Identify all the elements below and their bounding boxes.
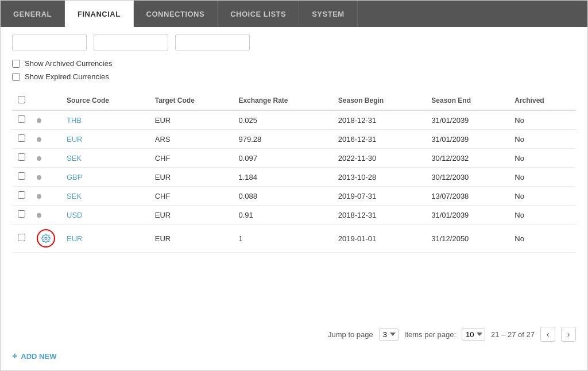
top-navigation: GENERAL FINANCIAL CONNECTIONS CHOICE LIS… bbox=[1, 1, 587, 27]
currency-table-wrapper: Source Code Target Code Exchange Rate Se… bbox=[12, 91, 576, 321]
filter-box-3[interactable] bbox=[175, 34, 250, 51]
tab-system[interactable]: SYSTEM bbox=[299, 1, 357, 27]
season-end-cell: 30/12/2032 bbox=[425, 149, 509, 168]
row-checkbox-cell bbox=[12, 149, 31, 168]
table-row: SEKCHF0.0882019-07-3113/07/2038No bbox=[12, 187, 576, 206]
table-row: THBEUR0.0252018-12-3131/01/2039No bbox=[12, 110, 576, 130]
row-status-cell bbox=[31, 130, 61, 149]
row-checkbox[interactable] bbox=[18, 153, 25, 161]
season-begin-cell: 2019-07-31 bbox=[332, 187, 425, 206]
table-row: SEKCHF0.0972022-11-3030/12/2032No bbox=[12, 149, 576, 168]
target-code-cell: CHF bbox=[149, 149, 233, 168]
table-row: GBPEUR1.1842013-10-2830/12/2030No bbox=[12, 168, 576, 187]
tab-financial[interactable]: FINANCIAL bbox=[65, 1, 134, 27]
season-begin-cell: 2018-12-31 bbox=[332, 206, 425, 225]
source-code-cell[interactable]: THB bbox=[61, 110, 149, 130]
season-begin-cell: 2022-11-30 bbox=[332, 149, 425, 168]
status-dot bbox=[37, 118, 41, 123]
table-row: EUREUR12019-01-0131/12/2050No bbox=[12, 225, 576, 253]
col-header-exchange-rate: Exchange Rate bbox=[233, 91, 332, 110]
target-code-cell: EUR bbox=[149, 206, 233, 225]
row-checkbox-cell bbox=[12, 225, 31, 253]
filter-boxes bbox=[12, 34, 576, 51]
prev-page-button[interactable]: ‹ bbox=[540, 327, 555, 342]
source-code-cell[interactable]: USD bbox=[61, 206, 149, 225]
row-checkbox-cell bbox=[12, 130, 31, 149]
season-end-cell: 13/07/2038 bbox=[425, 187, 509, 206]
source-code-cell[interactable]: GBP bbox=[61, 168, 149, 187]
status-dot bbox=[37, 213, 41, 218]
col-header-checkbox bbox=[12, 91, 31, 110]
tab-general[interactable]: GENERAL bbox=[1, 1, 65, 27]
items-per-page-label: Items per page: bbox=[404, 330, 456, 339]
exchange-rate-cell: 0.088 bbox=[233, 187, 332, 206]
col-header-archived: Archived bbox=[509, 91, 576, 110]
col-header-season-end: Season End bbox=[425, 91, 509, 110]
source-code-cell[interactable]: SEK bbox=[61, 187, 149, 206]
season-end-cell: 31/01/2039 bbox=[425, 206, 509, 225]
main-content: Show Archived Currencies Show Expired Cu… bbox=[1, 27, 587, 370]
target-code-cell: EUR bbox=[149, 168, 233, 187]
season-begin-cell: 2018-12-31 bbox=[332, 110, 425, 130]
show-archived-checkbox-label[interactable]: Show Archived Currencies bbox=[12, 59, 576, 68]
filter-box-1[interactable] bbox=[12, 34, 87, 51]
season-begin-cell: 2016-12-31 bbox=[332, 130, 425, 149]
table-row: EURARS979.282016-12-3131/01/2039No bbox=[12, 130, 576, 149]
archived-cell: No bbox=[509, 225, 576, 253]
source-code-cell[interactable]: SEK bbox=[61, 149, 149, 168]
exchange-rate-cell: 0.097 bbox=[233, 149, 332, 168]
next-page-button[interactable]: › bbox=[561, 327, 576, 342]
archived-cell: No bbox=[509, 168, 576, 187]
row-status-cell bbox=[31, 225, 61, 253]
currency-table: Source Code Target Code Exchange Rate Se… bbox=[12, 91, 576, 253]
season-begin-cell: 2013-10-28 bbox=[332, 168, 425, 187]
target-code-cell: CHF bbox=[149, 187, 233, 206]
row-checkbox-cell bbox=[12, 206, 31, 225]
season-begin-cell: 2019-01-01 bbox=[332, 225, 425, 253]
season-end-cell: 31/01/2039 bbox=[425, 110, 509, 130]
row-checkbox[interactable] bbox=[18, 234, 25, 241]
add-new-label: ADD NEW bbox=[21, 352, 56, 361]
jump-to-page-select[interactable]: 1 2 3 4 5 bbox=[379, 329, 399, 341]
row-status-cell bbox=[31, 110, 61, 130]
row-checkbox[interactable] bbox=[18, 172, 25, 180]
row-status-cell bbox=[31, 206, 61, 225]
svg-point-0 bbox=[45, 237, 47, 239]
tab-choice-lists[interactable]: CHOICE LISTS bbox=[218, 1, 299, 27]
row-checkbox[interactable] bbox=[18, 134, 25, 142]
row-checkbox[interactable] bbox=[18, 210, 25, 218]
source-code-cell[interactable]: EUR bbox=[61, 130, 149, 149]
col-header-status bbox=[31, 91, 61, 110]
exchange-rate-cell: 979.28 bbox=[233, 130, 332, 149]
season-end-cell: 31/12/2050 bbox=[425, 225, 509, 253]
add-new-row[interactable]: + ADD NEW bbox=[12, 345, 576, 364]
show-expired-checkbox-label[interactable]: Show Expired Currencies bbox=[12, 72, 576, 81]
row-status-cell bbox=[31, 149, 61, 168]
archived-cell: No bbox=[509, 130, 576, 149]
exchange-rate-cell: 1 bbox=[233, 225, 332, 253]
pagination-bar: Jump to page 1 2 3 4 5 Items per page: 5… bbox=[12, 321, 576, 345]
jump-to-page-label: Jump to page bbox=[328, 330, 373, 339]
show-expired-label: Show Expired Currencies bbox=[25, 72, 109, 81]
archived-cell: No bbox=[509, 149, 576, 168]
row-checkbox[interactable] bbox=[18, 191, 25, 199]
target-code-cell: EUR bbox=[149, 110, 233, 130]
plus-icon: + bbox=[12, 351, 17, 361]
tab-connections[interactable]: CONNECTIONS bbox=[134, 1, 218, 27]
select-all-checkbox[interactable] bbox=[18, 96, 25, 103]
exchange-rate-cell: 1.184 bbox=[233, 168, 332, 187]
row-checkbox-cell bbox=[12, 110, 31, 130]
exchange-rate-cell: 0.91 bbox=[233, 206, 332, 225]
status-dot bbox=[37, 194, 41, 199]
show-archived-checkbox[interactable] bbox=[12, 60, 20, 68]
show-archived-label: Show Archived Currencies bbox=[25, 59, 112, 68]
show-expired-checkbox[interactable] bbox=[12, 73, 20, 81]
row-checkbox[interactable] bbox=[18, 115, 25, 123]
target-code-cell: ARS bbox=[149, 130, 233, 149]
items-per-page-select[interactable]: 5 10 20 50 bbox=[462, 329, 485, 341]
filter-box-2[interactable] bbox=[94, 34, 168, 51]
gear-circle[interactable] bbox=[37, 229, 55, 248]
source-code-cell[interactable]: EUR bbox=[61, 225, 149, 253]
archived-cell: No bbox=[509, 187, 576, 206]
col-header-target-code: Target Code bbox=[149, 91, 233, 110]
